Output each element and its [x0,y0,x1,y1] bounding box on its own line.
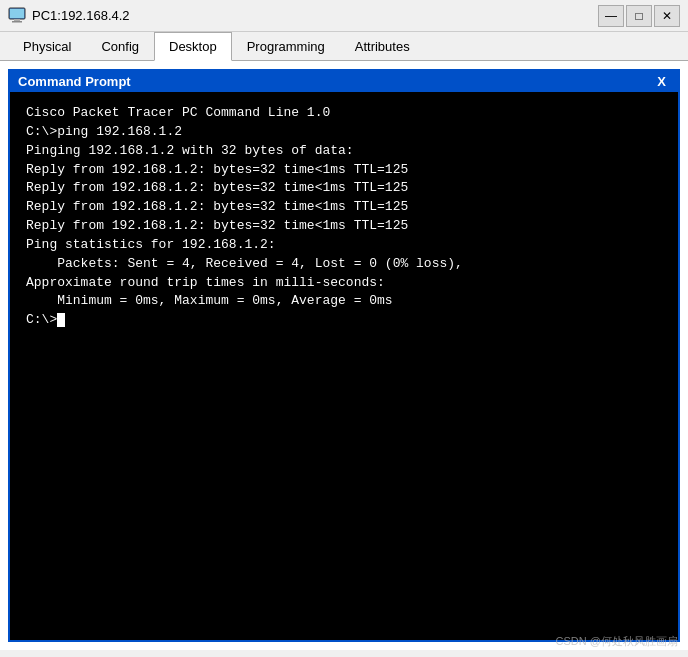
svg-rect-2 [12,21,22,23]
cmd-title: Command Prompt [18,74,131,89]
svg-rect-1 [14,19,20,21]
tab-desktop[interactable]: Desktop [154,32,232,61]
cmd-prompt-line: C:\> [26,311,662,330]
tab-attributes[interactable]: Attributes [340,32,425,61]
cmd-line-1: Cisco Packet Tracer PC Command Line 1.0 [26,104,662,123]
cmd-line-11: Ping statistics for 192.168.1.2: [26,236,662,255]
svg-rect-3 [10,9,24,18]
minimize-button[interactable]: — [598,5,624,27]
cmd-line-12: Packets: Sent = 4, Received = 4, Lost = … [26,255,662,274]
tab-physical[interactable]: Physical [8,32,86,61]
cmd-line-9: Reply from 192.168.1.2: bytes=32 time<1m… [26,217,662,236]
cmd-line-13: Approximate round trip times in milli-se… [26,274,662,293]
cmd-line-14: Minimum = 0ms, Maximum = 0ms, Average = … [26,292,662,311]
title-bar-controls: — □ ✕ [598,5,680,27]
tab-config[interactable]: Config [86,32,154,61]
command-prompt-window: Command Prompt X Cisco Packet Tracer PC … [8,69,680,642]
cmd-body[interactable]: Cisco Packet Tracer PC Command Line 1.0 … [10,92,678,640]
main-content: Command Prompt X Cisco Packet Tracer PC … [0,61,688,650]
title-bar: PC1:192.168.4.2 — □ ✕ [0,0,688,32]
pc-icon [8,7,26,25]
window-title: PC1:192.168.4.2 [32,8,130,23]
tab-bar: Physical Config Desktop Programming Attr… [0,32,688,61]
cmd-line-2: C:\>ping 192.168.1.2 [26,123,662,142]
cmd-line-8: Reply from 192.168.1.2: bytes=32 time<1m… [26,198,662,217]
watermark: CSDN @何处秋风胜画扇 [556,634,678,649]
maximize-button[interactable]: □ [626,5,652,27]
window-close-button[interactable]: ✕ [654,5,680,27]
cmd-line-4: Pinging 192.168.1.2 with 32 bytes of dat… [26,142,662,161]
cmd-close-button[interactable]: X [653,74,670,89]
cmd-line-6: Reply from 192.168.1.2: bytes=32 time<1m… [26,161,662,180]
cursor [57,313,65,327]
cmd-titlebar: Command Prompt X [10,71,678,92]
cmd-line-7: Reply from 192.168.1.2: bytes=32 time<1m… [26,179,662,198]
title-bar-left: PC1:192.168.4.2 [8,7,130,25]
tab-programming[interactable]: Programming [232,32,340,61]
